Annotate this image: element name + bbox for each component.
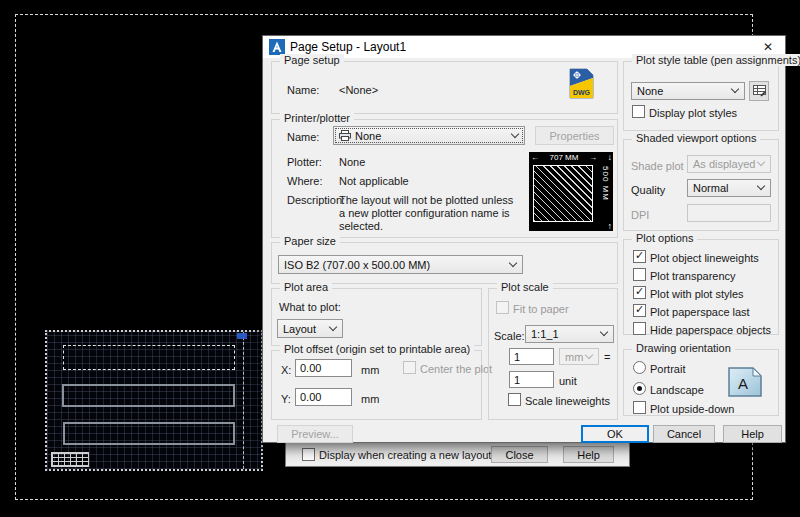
- plot-area-legend: Plot area: [280, 281, 332, 293]
- display-plot-styles-label: Display plot styles: [649, 107, 737, 119]
- printer-plotter-legend: Printer/plotter: [280, 112, 354, 124]
- plot-paperspace-last-label: Plot paperspace last: [650, 306, 750, 318]
- plotter-label: Plotter:: [287, 156, 322, 168]
- down-arrow-icon: ↓: [608, 152, 613, 162]
- page-setup-name-value: <None>: [339, 84, 378, 96]
- drawing-rectangle-middle: [62, 384, 235, 407]
- portrait-radio[interactable]: [633, 361, 646, 374]
- chevron-down-icon: [731, 85, 739, 93]
- scale-lineweights-label: Scale lineweights: [525, 395, 610, 407]
- plot-object-lineweights-label: Plot object lineweights: [650, 252, 759, 264]
- edit-plot-style-button[interactable]: [749, 81, 769, 101]
- help-button[interactable]: Help: [723, 425, 782, 443]
- scale-select[interactable]: 1:1_1: [525, 325, 614, 343]
- shade-plot-value: As displayed: [693, 158, 755, 170]
- portrait-label: Portrait: [650, 363, 685, 375]
- what-to-plot-select[interactable]: Layout: [277, 319, 343, 338]
- page-setup-legend: Page setup: [280, 54, 344, 66]
- chevron-down-icon: [511, 129, 519, 137]
- plot-transparency-label: Plot transparency: [650, 270, 736, 282]
- landscape-radio[interactable]: [633, 382, 646, 395]
- chevron-down-icon: [509, 258, 517, 266]
- center-the-plot-checkbox[interactable]: [403, 361, 416, 374]
- where-value: Not applicable: [339, 175, 409, 187]
- pen-table-icon: [753, 85, 766, 97]
- right-arrow-icon: →: [589, 153, 597, 163]
- center-the-plot-label: Center the plot: [420, 363, 492, 375]
- plot-transparency-checkbox[interactable]: [633, 268, 646, 281]
- drawing-units-input[interactable]: [509, 371, 554, 388]
- offset-y-label: Y:: [281, 393, 291, 405]
- printer-name-select[interactable]: None: [333, 126, 525, 145]
- display-when-creating-checkbox[interactable]: [302, 448, 315, 461]
- properties-button[interactable]: Properties: [535, 126, 614, 145]
- paper-unit-select[interactable]: mm: [559, 348, 599, 365]
- plot-style-select[interactable]: None: [631, 82, 745, 100]
- preview-button[interactable]: Preview...: [277, 425, 353, 443]
- plot-style-value: None: [637, 85, 663, 97]
- landscape-label: Landscape: [650, 384, 704, 396]
- chevron-down-icon: [585, 350, 593, 358]
- plot-object-lineweights-checkbox[interactable]: [633, 250, 646, 263]
- offset-x-unit: mm: [361, 364, 379, 376]
- printer-icon: [339, 130, 351, 141]
- dwg-file-icon: DWG: [569, 68, 594, 99]
- plot-with-plot-styles-checkbox[interactable]: [633, 286, 646, 299]
- fit-to-paper-checkbox[interactable]: [496, 301, 509, 314]
- hide-paperspace-objects-label: Hide paperspace objects: [650, 324, 771, 336]
- shade-plot-label: Shade plot: [631, 160, 684, 172]
- paper-preview: ← 707 MM → 500 MM ↓ ↑: [529, 152, 613, 231]
- offset-x-label: X:: [281, 364, 291, 376]
- hide-paperspace-objects-checkbox[interactable]: [633, 322, 646, 335]
- ok-button[interactable]: OK: [581, 425, 649, 443]
- quality-select[interactable]: Normal: [687, 179, 771, 197]
- dpi-label: DPI: [631, 209, 649, 221]
- plotter-value: None: [339, 156, 365, 168]
- close-button[interactable]: Close: [491, 446, 548, 463]
- paper-width-annotation: ← 707 MM →: [531, 153, 597, 163]
- chevron-down-icon: [600, 328, 608, 336]
- where-label: Where:: [287, 175, 322, 187]
- drawing-unit-label: unit: [559, 375, 577, 387]
- autocad-icon: [269, 39, 285, 55]
- scale-lineweights-checkbox[interactable]: [508, 393, 521, 406]
- plot-paperspace-last-checkbox[interactable]: [633, 304, 646, 317]
- scale-label: Scale:: [494, 330, 525, 342]
- drawing-orientation-legend: Drawing orientation: [632, 342, 735, 354]
- chevron-down-icon: [757, 158, 765, 166]
- plot-with-plot-styles-label: Plot with plot styles: [650, 288, 744, 300]
- manager-help-button[interactable]: Help: [563, 446, 614, 463]
- title-block: [51, 452, 89, 467]
- dialog-title: Page Setup - Layout1: [290, 40, 406, 54]
- drawing-rectangle-bottom: [63, 422, 235, 445]
- paper-height-label: 500 MM: [601, 166, 610, 201]
- cancel-button[interactable]: Cancel: [653, 425, 715, 443]
- offset-y-input[interactable]: [295, 388, 352, 406]
- up-arrow-icon: ↑: [608, 221, 613, 231]
- offset-x-input[interactable]: [295, 359, 352, 377]
- plot-offset-legend: Plot offset (origin set to printable are…: [280, 343, 474, 355]
- left-arrow-icon: ←: [531, 153, 539, 163]
- plot-scale-legend: Plot scale: [497, 281, 553, 293]
- paper-hatched-area: [533, 165, 593, 222]
- shaded-viewport-legend: Shaded viewport options: [632, 132, 760, 144]
- layout-drawing-viewport[interactable]: [45, 330, 263, 471]
- plot-upside-down-checkbox[interactable]: [633, 401, 646, 414]
- quality-label: Quality: [631, 184, 665, 196]
- page-setup-manager-footer: Display when creating a new layout Close…: [285, 443, 630, 467]
- paper-units-input[interactable]: [509, 348, 554, 365]
- page-setup-name-label: Name:: [287, 84, 319, 96]
- viewport-scale-marker: [237, 333, 247, 339]
- display-plot-styles-checkbox[interactable]: [632, 105, 645, 118]
- equals-sign: =: [604, 351, 610, 363]
- chevron-down-icon: [329, 322, 337, 330]
- svg-text:DWG: DWG: [573, 89, 591, 96]
- shade-plot-select[interactable]: As displayed: [687, 155, 771, 173]
- plot-options-legend: Plot options: [632, 232, 697, 244]
- landscape-icon-letter: A: [738, 375, 748, 392]
- paper-size-select[interactable]: ISO B2 (707.00 x 500.00 MM): [278, 255, 523, 274]
- plot-upside-down-label: Plot upside-down: [650, 403, 734, 415]
- dpi-input[interactable]: [687, 204, 771, 222]
- quality-value: Normal: [693, 182, 728, 194]
- printer-name-value: None: [355, 130, 381, 142]
